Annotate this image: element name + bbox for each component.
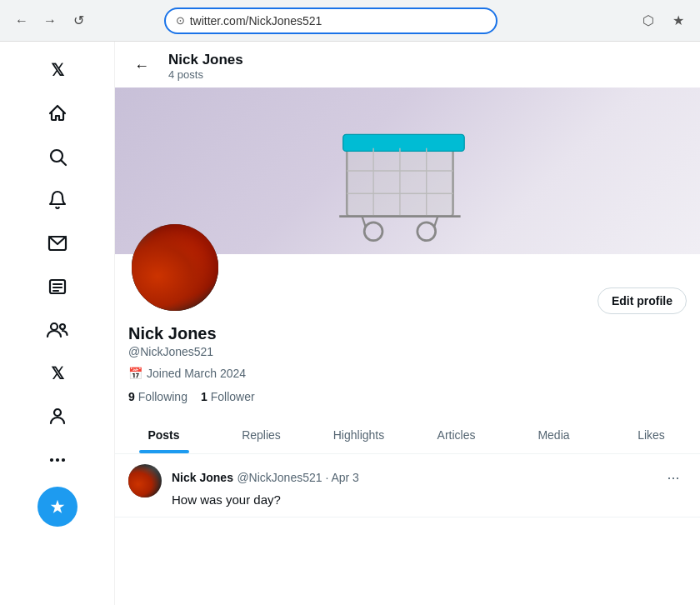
tab-media[interactable]: Media <box>505 417 602 453</box>
follower-count: 1 <box>201 390 208 403</box>
header-posts: 4 posts <box>168 68 243 81</box>
svg-line-24 <box>362 217 366 228</box>
svg-line-1 <box>61 161 66 166</box>
following-label: Following <box>138 390 188 403</box>
svg-point-12 <box>62 459 64 461</box>
sidebar-item-premium[interactable]: 𝕏 <box>38 353 78 393</box>
svg-point-7 <box>51 323 58 330</box>
mail-icon <box>48 233 68 253</box>
sidebar-item-communities[interactable] <box>38 310 78 350</box>
browser-actions: ⬡ ★ <box>637 9 690 32</box>
tweet-item: Nick Jones @NickJones521 · Apr 3 ··· How… <box>115 454 700 518</box>
tab-posts[interactable]: Posts <box>115 417 212 453</box>
tab-likes[interactable]: Likes <box>602 417 700 453</box>
follow-stats: 9 Following 1 Follower <box>128 390 687 403</box>
nav-buttons: ← → ↺ <box>10 9 90 32</box>
more-icon <box>48 450 68 470</box>
communities-icon <box>47 320 68 340</box>
follower-label: Follower <box>211 390 255 403</box>
tweet-avatar-image <box>128 464 162 498</box>
svg-rect-15 <box>343 134 464 151</box>
joined-date-text: Joined March 2024 <box>147 367 246 380</box>
browser-chrome: ← → ↺ ⊙ twitter.com/NickJones521 ⬡ ★ <box>0 0 700 42</box>
svg-point-22 <box>364 222 382 241</box>
back-nav-button[interactable]: ← <box>10 9 33 32</box>
sidebar-item-search[interactable] <box>38 137 78 177</box>
tweet-more-button[interactable]: ··· <box>660 464 687 491</box>
forward-nav-button[interactable]: → <box>38 9 62 32</box>
svg-point-23 <box>418 222 436 241</box>
sidebar-item-home[interactable] <box>38 93 78 133</box>
address-text: twitter.com/NickJones521 <box>190 14 486 28</box>
follower-stat[interactable]: 1 Follower <box>201 390 255 403</box>
header-name: Nick Jones <box>168 52 243 68</box>
reload-button[interactable]: ↺ <box>67 9 90 32</box>
svg-point-11 <box>51 459 52 461</box>
bell-icon <box>48 190 68 210</box>
cast-button[interactable]: ⬡ <box>637 9 660 32</box>
sidebar-x-logo[interactable]: 𝕏 <box>38 50 78 90</box>
avatar-shoe-image <box>132 224 218 311</box>
content-area: ← Nick Jones 4 posts <box>115 42 700 605</box>
tweet-content: Nick Jones @NickJones521 · Apr 3 ··· How… <box>172 464 687 507</box>
sidebar-item-notifications[interactable] <box>38 180 78 220</box>
tab-replies[interactable]: Replies <box>212 417 310 453</box>
svg-point-10 <box>57 459 58 461</box>
person-icon <box>48 407 68 427</box>
x-premium-icon: 𝕏 <box>51 363 64 383</box>
tweet-handle-date: @NickJones521 · Apr 3 <box>237 471 359 484</box>
following-stat[interactable]: 9 Following <box>128 390 188 403</box>
address-bar[interactable]: ⊙ twitter.com/NickJones521 <box>164 8 498 34</box>
edit-profile-button[interactable]: Edit profile <box>598 288 687 314</box>
profile-handle: @NickJones521 <box>128 345 687 358</box>
tweet-author-info: Nick Jones @NickJones521 · Apr 3 <box>172 470 359 485</box>
tweet-header: Nick Jones @NickJones521 · Apr 3 ··· <box>172 464 687 491</box>
joined-date: 📅 Joined March 2024 <box>128 367 687 380</box>
header-user-info: Nick Jones 4 posts <box>168 52 243 81</box>
sidebar-item-more[interactable] <box>38 440 78 480</box>
x-logo-icon: 𝕏 <box>51 60 64 80</box>
calendar-icon: 📅 <box>128 367 142 380</box>
home-icon <box>48 103 68 123</box>
sidebar-item-lists[interactable] <box>38 267 78 307</box>
site-icon: ⊙ <box>176 14 185 27</box>
tweet-author: Nick Jones <box>172 471 233 484</box>
bookmark-button[interactable]: ★ <box>667 9 690 32</box>
compose-icon <box>49 498 66 515</box>
list-icon <box>48 277 68 297</box>
svg-point-8 <box>60 324 65 329</box>
search-icon <box>48 147 68 167</box>
compose-button[interactable] <box>38 487 78 527</box>
main-layout: 𝕏 𝕏 <box>0 42 700 605</box>
profile-tabs: Posts Replies Highlights Articles Media … <box>115 417 700 454</box>
tab-articles[interactable]: Articles <box>408 417 505 453</box>
display-name: Nick Jones <box>128 324 687 343</box>
profile-header-top: ← Nick Jones 4 posts <box>115 42 700 88</box>
back-button[interactable]: ← <box>128 53 155 80</box>
tweet-text: How was your day? <box>172 492 687 507</box>
tweet-avatar <box>128 464 162 498</box>
tab-highlights[interactable]: Highlights <box>310 417 408 453</box>
svg-point-9 <box>54 409 61 416</box>
sidebar-item-messages[interactable] <box>38 223 78 263</box>
sidebar: 𝕏 𝕏 <box>0 42 115 605</box>
svg-line-25 <box>434 217 438 228</box>
sidebar-item-profile[interactable] <box>38 397 78 437</box>
avatar <box>128 221 222 314</box>
following-count: 9 <box>128 390 135 403</box>
